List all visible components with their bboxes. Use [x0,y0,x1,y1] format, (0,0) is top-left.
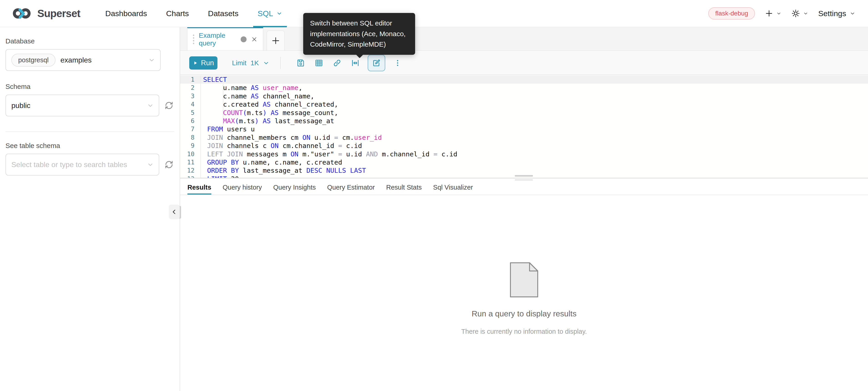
table-select[interactable]: Select table or type to search tables [5,154,159,175]
link-icon [333,59,341,67]
switch-editor-implementation-button[interactable] [368,55,385,71]
superset-logo-icon [12,6,33,21]
editor-tabstrip: Example query [180,27,868,51]
refresh-icon [164,159,174,170]
line-number: 13 [180,175,201,178]
empty-state-subtitle: There is currently no information to dis… [461,328,587,335]
nav-item-sql[interactable]: SQL [258,0,282,27]
row-limit-value: 1K [250,59,259,67]
play-icon [193,61,198,65]
schema-select-value: public [11,101,30,110]
tab-results[interactable]: Results [187,180,211,195]
code-line: 10 LEFT JOIN messages m ON m."user" = u.… [180,150,868,158]
divider-grip[interactable] [515,175,533,176]
schema-label: Schema [5,83,174,91]
line-number: 7 [180,125,201,133]
line-number: 3 [180,92,201,100]
results-tabbar: Results Query history Query Insights Que… [180,180,868,195]
copy-link-button[interactable] [331,57,343,69]
line-number: 4 [180,100,201,108]
plus-icon [271,36,280,45]
editor-switch-tooltip: Switch between SQL editor implementation… [303,13,415,55]
save-query-button[interactable] [294,57,307,69]
caret-down-icon [803,11,808,16]
environment-badge: flask-debug [708,7,755,20]
nav-item-datasets[interactable]: Datasets [208,0,238,27]
code-lines: 1SELECT2 u.name AS user_name,3 c.name AS… [180,75,868,178]
new-editor-tab-button[interactable] [267,30,285,51]
caret-down-icon [850,11,855,16]
line-number: 12 [180,166,201,174]
code-line: 9 JOIN channels c ON cm.channel_id = c.i… [180,142,868,150]
code-line: 11 GROUP BY u.name, c.name, c.created [180,158,868,166]
status-dot-icon [241,36,247,42]
chevron-left-icon [171,208,178,215]
database-select-value: examples [61,56,92,64]
refresh-schemas-button[interactable] [164,100,174,111]
indent-guide [223,84,223,125]
editor-switch-icon [372,59,381,67]
theme-sun-icon [792,9,800,18]
table-select-placeholder: Select table or type to search tables [11,161,127,169]
collapse-sidebar-button[interactable] [169,205,180,219]
code-line: 12 ORDER BY last_message_at DESC NULLS L… [180,166,868,174]
database-select[interactable]: postgresql examples [5,49,161,71]
caret-down-icon [776,11,781,16]
caret-down-icon [263,60,269,66]
sidebar-divider [5,131,174,132]
row-limit-dropdown[interactable]: Limit 1K [232,59,269,67]
caret-down-icon [276,10,282,17]
sql-code-editor[interactable]: 1SELECT2 u.name AS user_name,3 c.name AS… [180,75,868,178]
code-text: ORDER BY last_message_at DESC NULLS LAST [201,166,366,174]
close-icon[interactable] [251,36,257,42]
tab-result-stats[interactable]: Result Stats [386,180,422,195]
code-text: LEFT JOIN messages m ON m."user" = u.id … [201,150,458,158]
code-text: JOIN channels c ON cm.channel_id = c.id [201,142,362,150]
editor-results-divider[interactable] [180,178,868,178]
run-query-button[interactable]: Run [189,56,217,70]
code-line: 7 FROM users u [180,125,868,133]
line-number: 9 [180,142,201,150]
code-text: FROM users u [201,125,255,133]
theme-menu[interactable] [792,9,808,18]
nav-item-charts[interactable]: Charts [166,0,189,27]
code-line: 3 c.name AS channel_name, [180,92,868,100]
editor-tab-example-query[interactable]: Example query [187,27,264,51]
tab-query-estimator[interactable]: Query Estimator [327,180,375,195]
navbar-right: flask-debug Settings [708,7,855,20]
line-number: 5 [180,109,201,117]
preview-table-button[interactable] [313,57,325,69]
code-line: 4 c.created AS channel_created, [180,100,868,108]
database-engine-tag: postgresql [11,54,56,67]
code-text: GROUP BY u.name, c.name, c.created [201,158,342,166]
tab-query-history[interactable]: Query history [223,180,262,195]
code-text: c.name AS channel_name, [201,92,314,100]
plus-icon [765,9,773,18]
line-number: 1 [180,75,201,84]
refresh-tables-button[interactable] [164,159,174,170]
tooltip-text: Switch between SQL editor implementation… [310,19,406,48]
drag-handle-dots-icon[interactable] [193,35,194,44]
table-icon [315,59,323,67]
code-line: 2 u.name AS user_name, [180,84,868,92]
schema-select[interactable]: public [5,95,159,117]
code-text: JOIN channel_members cm ON u.id = cm.use… [201,133,382,142]
empty-state-title: Run a query to display results [471,309,577,318]
refresh-icon [164,100,174,111]
tab-query-insights[interactable]: Query Insights [273,180,316,195]
format-sql-button[interactable] [349,57,362,69]
tab-sql-visualizer[interactable]: Sql Visualizer [433,180,473,195]
main-nav: Dashboards Charts Datasets SQL [105,0,282,27]
settings-menu[interactable]: Settings [818,9,855,18]
line-number: 8 [180,133,201,142]
superset-brand[interactable]: Superset [12,6,80,21]
code-text: c.created AS channel_created, [201,100,338,108]
code-text: LIMIT 20 [201,175,239,178]
sqllab-left-panel: Database postgresql examples Schema publ… [0,27,180,391]
nav-item-dashboards[interactable]: Dashboards [105,0,147,27]
code-text: COUNT(m.ts) AS message_count, [201,109,338,117]
editor-toolbar: Run Limit 1K [180,52,868,75]
more-actions-button[interactable] [391,57,404,69]
new-item-menu[interactable] [765,9,781,18]
code-text: MAX(m.ts) AS last_message_at [201,117,334,125]
